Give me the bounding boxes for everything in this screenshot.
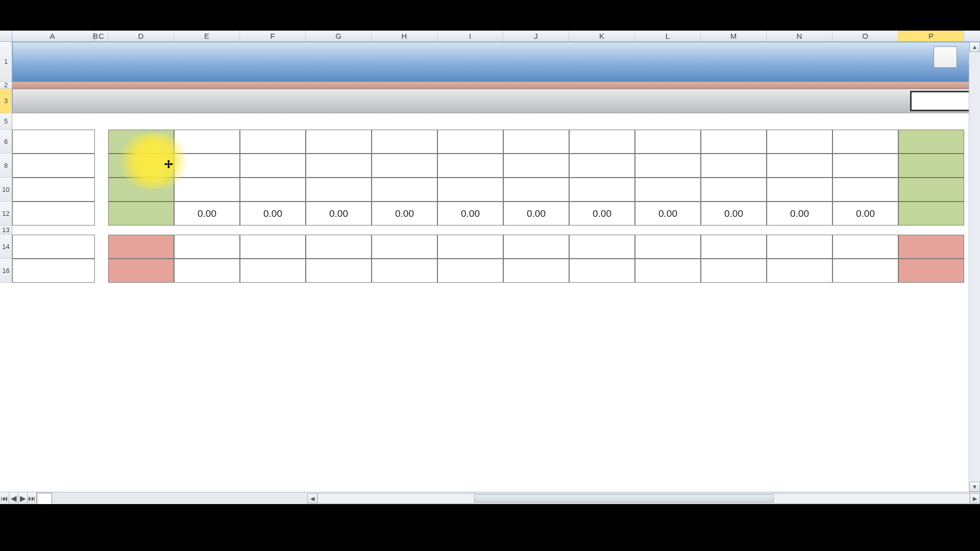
hscroll-thumb[interactable] bbox=[474, 494, 774, 503]
data-cell[interactable] bbox=[240, 178, 306, 202]
data-cell[interactable] bbox=[108, 235, 174, 259]
data-cell[interactable]: 0.00 bbox=[437, 202, 503, 226]
tab-nav-next[interactable]: ▶ bbox=[18, 492, 28, 504]
row-header-5[interactable]: 5 bbox=[0, 113, 12, 130]
data-cell[interactable] bbox=[108, 130, 174, 154]
data-cell[interactable] bbox=[174, 154, 240, 178]
data-cell[interactable] bbox=[767, 130, 832, 154]
tab-nav-first[interactable]: ⏮ bbox=[0, 492, 9, 504]
data-cell[interactable] bbox=[437, 259, 503, 283]
row-header-3[interactable]: 3 bbox=[0, 89, 12, 113]
data-cell[interactable]: 0.00 bbox=[503, 202, 569, 226]
row-header-14[interactable]: 14 bbox=[0, 235, 12, 259]
data-cell[interactable] bbox=[832, 235, 898, 259]
col-header-D[interactable]: D bbox=[108, 31, 174, 41]
data-cell[interactable] bbox=[306, 235, 372, 259]
row-header-12[interactable]: 12 bbox=[0, 202, 12, 226]
data-cell[interactable] bbox=[108, 202, 174, 226]
data-cell[interactable] bbox=[635, 154, 701, 178]
data-cell[interactable] bbox=[832, 178, 898, 202]
data-cell[interactable] bbox=[108, 259, 174, 283]
data-cell[interactable]: 0.00 bbox=[240, 202, 306, 226]
data-cell[interactable] bbox=[372, 130, 437, 154]
col-header-I[interactable]: I bbox=[437, 31, 503, 41]
total-cell[interactable] bbox=[898, 130, 964, 154]
data-cell[interactable]: 0.00 bbox=[701, 202, 767, 226]
data-cell[interactable] bbox=[635, 178, 701, 202]
data-cell[interactable] bbox=[701, 130, 767, 154]
hscroll-track[interactable] bbox=[317, 493, 970, 504]
col-header-G[interactable]: G bbox=[306, 31, 372, 41]
row-header-2[interactable]: 2 bbox=[0, 82, 12, 89]
data-cell[interactable] bbox=[108, 178, 174, 202]
data-cell[interactable] bbox=[503, 130, 569, 154]
col-header-C[interactable]: C bbox=[95, 31, 108, 41]
data-cell[interactable] bbox=[635, 130, 701, 154]
data-cell[interactable] bbox=[701, 178, 767, 202]
data-cell[interactable] bbox=[503, 259, 569, 283]
col-header-O[interactable]: O bbox=[832, 31, 898, 41]
hscroll-right[interactable]: ▶ bbox=[970, 493, 980, 504]
row-header-16[interactable]: 16 bbox=[0, 259, 12, 283]
col-header-J[interactable]: J bbox=[503, 31, 569, 41]
total-cell[interactable] bbox=[898, 202, 964, 226]
data-cell[interactable] bbox=[108, 154, 174, 178]
data-cell[interactable] bbox=[569, 235, 635, 259]
col-header-M[interactable]: M bbox=[701, 31, 767, 41]
data-cell[interactable]: 0.00 bbox=[635, 202, 701, 226]
col-header-H[interactable]: H bbox=[372, 31, 437, 41]
col-header-A[interactable]: A bbox=[12, 31, 93, 41]
row-header-8[interactable]: 8 bbox=[0, 154, 12, 178]
data-cell[interactable] bbox=[503, 235, 569, 259]
data-cell[interactable]: 0.00 bbox=[832, 202, 898, 226]
data-cell[interactable] bbox=[174, 130, 240, 154]
data-cell[interactable] bbox=[240, 235, 306, 259]
data-cell[interactable] bbox=[832, 130, 898, 154]
data-cell[interactable]: 0.00 bbox=[767, 202, 832, 226]
col-header-L[interactable]: L bbox=[635, 31, 701, 41]
data-cell[interactable] bbox=[174, 235, 240, 259]
row-header-10[interactable]: 10 bbox=[0, 178, 12, 202]
data-cell[interactable]: 0.00 bbox=[569, 202, 635, 226]
data-cell[interactable] bbox=[306, 178, 372, 202]
data-cell[interactable] bbox=[437, 178, 503, 202]
data-cell[interactable] bbox=[240, 154, 306, 178]
data-cell[interactable]: 0.00 bbox=[306, 202, 372, 226]
data-cell[interactable] bbox=[832, 259, 898, 283]
data-cell[interactable] bbox=[503, 178, 569, 202]
data-cell[interactable] bbox=[372, 235, 437, 259]
data-cell[interactable]: 0.00 bbox=[174, 202, 240, 226]
data-cell[interactable]: 0.00 bbox=[372, 202, 437, 226]
data-cell[interactable] bbox=[372, 154, 437, 178]
data-cell[interactable] bbox=[767, 259, 832, 283]
data-cell[interactable] bbox=[437, 235, 503, 259]
data-cell[interactable] bbox=[306, 154, 372, 178]
data-cell[interactable] bbox=[767, 235, 832, 259]
tab-nav-prev[interactable]: ◀ bbox=[9, 492, 18, 504]
data-cell[interactable] bbox=[306, 130, 372, 154]
data-cell[interactable] bbox=[635, 235, 701, 259]
select-all-corner[interactable] bbox=[0, 31, 12, 41]
year-value-cell[interactable] bbox=[910, 91, 976, 111]
col-header-E[interactable]: E bbox=[174, 31, 240, 41]
col-header-F[interactable]: F bbox=[240, 31, 306, 41]
col-header-K[interactable]: K bbox=[569, 31, 635, 41]
total-cell[interactable] bbox=[898, 235, 964, 259]
data-cell[interactable] bbox=[569, 130, 635, 154]
row-header-13[interactable]: 13 bbox=[0, 226, 12, 235]
scroll-down-button[interactable]: ▼ bbox=[969, 482, 980, 492]
scroll-track[interactable] bbox=[969, 52, 980, 482]
data-cell[interactable] bbox=[372, 178, 437, 202]
data-cell[interactable] bbox=[437, 154, 503, 178]
col-header-N[interactable]: N bbox=[767, 31, 832, 41]
col-header-P[interactable]: P bbox=[898, 31, 964, 41]
total-cell[interactable] bbox=[898, 154, 964, 178]
data-cell[interactable] bbox=[701, 259, 767, 283]
vertical-scrollbar[interactable]: ▲ ▼ bbox=[969, 42, 980, 492]
data-cell[interactable] bbox=[503, 154, 569, 178]
data-cell[interactable] bbox=[569, 259, 635, 283]
data-cell[interactable] bbox=[174, 259, 240, 283]
horizontal-scrollbar[interactable]: ◀ ▶ bbox=[307, 492, 980, 504]
new-sheet-tab[interactable] bbox=[37, 493, 52, 504]
data-cell[interactable] bbox=[372, 259, 437, 283]
